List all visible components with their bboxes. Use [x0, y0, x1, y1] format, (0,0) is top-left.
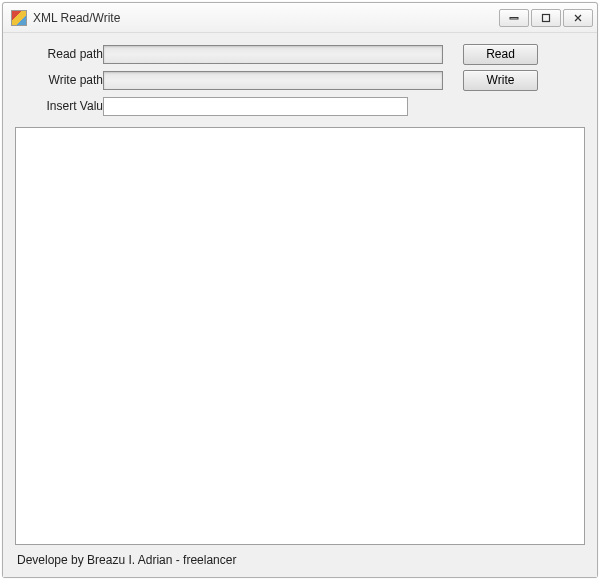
read-button[interactable]: Read — [463, 44, 538, 65]
write-button[interactable]: Write — [463, 70, 538, 91]
app-window: XML Read/Write Read path Read — [2, 2, 598, 578]
read-path-label: Read path — [15, 47, 103, 61]
svg-rect-0 — [510, 17, 518, 19]
footer-credit: Develope by Breazu I. Adrian - freelance… — [15, 551, 585, 571]
app-icon — [11, 10, 27, 26]
window-title: XML Read/Write — [33, 11, 499, 25]
write-path-row: Write path Write — [15, 69, 585, 91]
read-path-input[interactable] — [103, 45, 443, 64]
minimize-icon — [509, 13, 519, 23]
close-icon — [573, 13, 583, 23]
minimize-button[interactable] — [499, 9, 529, 27]
read-path-row: Read path Read — [15, 43, 585, 65]
window-controls — [499, 9, 593, 27]
maximize-icon — [541, 13, 551, 23]
client-area: Read path Read Write path Write Insert V… — [3, 33, 597, 577]
maximize-button[interactable] — [531, 9, 561, 27]
insert-value-label: Insert Valu — [15, 99, 103, 113]
close-button[interactable] — [563, 9, 593, 27]
insert-value-input[interactable] — [103, 97, 408, 116]
write-path-label: Write path — [15, 73, 103, 87]
titlebar[interactable]: XML Read/Write — [3, 3, 597, 33]
write-path-input[interactable] — [103, 71, 443, 90]
output-textarea[interactable] — [15, 127, 585, 545]
insert-value-row: Insert Valu — [15, 95, 585, 117]
svg-rect-1 — [543, 14, 550, 21]
